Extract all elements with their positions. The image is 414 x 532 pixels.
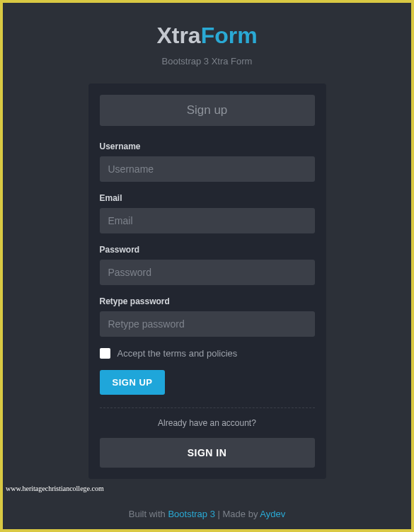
- email-input[interactable]: [100, 208, 315, 233]
- brand-part2: Form: [201, 23, 258, 48]
- footer-prefix: Built with: [129, 509, 168, 519]
- tagline: Bootstrap 3 Xtra Form: [162, 56, 253, 66]
- terms-checkbox[interactable]: [100, 348, 110, 359]
- divider: [100, 407, 315, 408]
- watermark: www.heritagechristiancollege.com: [6, 485, 104, 492]
- footer: Built with Bootstrap 3 | Made by Aydev: [3, 509, 411, 519]
- already-have-account: Already have an account?: [100, 418, 315, 428]
- retype-input[interactable]: [100, 311, 315, 337]
- password-label: Password: [100, 245, 315, 255]
- password-field: Password: [100, 245, 315, 285]
- footer-link-aydev[interactable]: Aydev: [260, 509, 285, 519]
- retype-label: Retype password: [100, 296, 315, 306]
- signup-button[interactable]: SIGN UP: [100, 370, 166, 395]
- brand-part1: Xtra: [156, 23, 200, 48]
- signin-button[interactable]: SIGN IN: [100, 438, 315, 468]
- username-input[interactable]: [100, 156, 315, 182]
- terms-row: Accept the terms and policies: [100, 348, 315, 359]
- username-field: Username: [100, 141, 315, 182]
- username-label: Username: [100, 141, 315, 151]
- brand-title: XtraForm: [156, 23, 257, 49]
- email-field: Email: [100, 193, 315, 233]
- email-label: Email: [100, 193, 315, 203]
- card-header: Sign up: [100, 95, 315, 126]
- terms-label: Accept the terms and policies: [117, 348, 238, 359]
- footer-middle: | Made by: [215, 509, 260, 519]
- retype-field: Retype password: [100, 296, 315, 337]
- password-input[interactable]: [100, 260, 315, 285]
- footer-link-bootstrap[interactable]: Bootstrap 3: [168, 509, 215, 519]
- signup-card: Sign up Username Email Password Retype p…: [88, 83, 326, 479]
